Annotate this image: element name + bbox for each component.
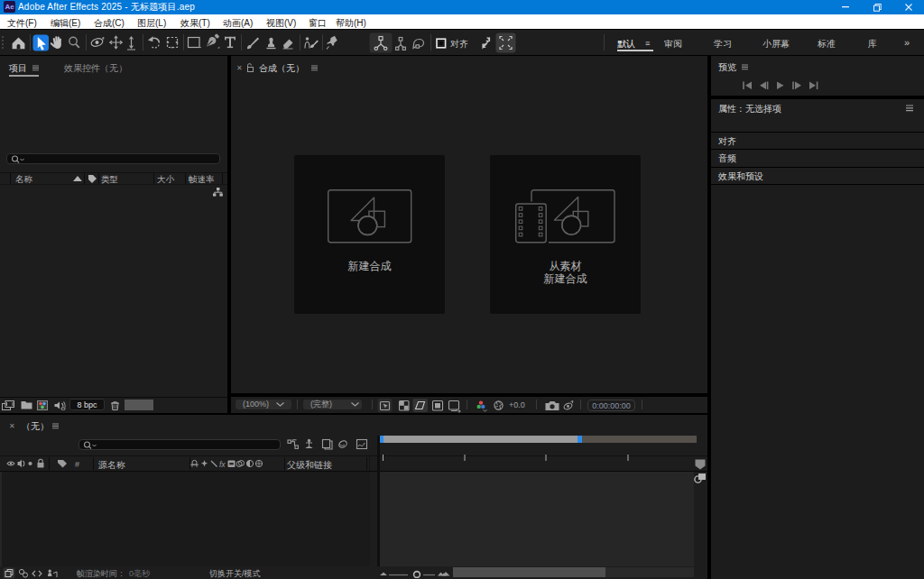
- svg-text:fx: fx: [219, 460, 226, 469]
- svg-text:#: #: [75, 460, 79, 469]
